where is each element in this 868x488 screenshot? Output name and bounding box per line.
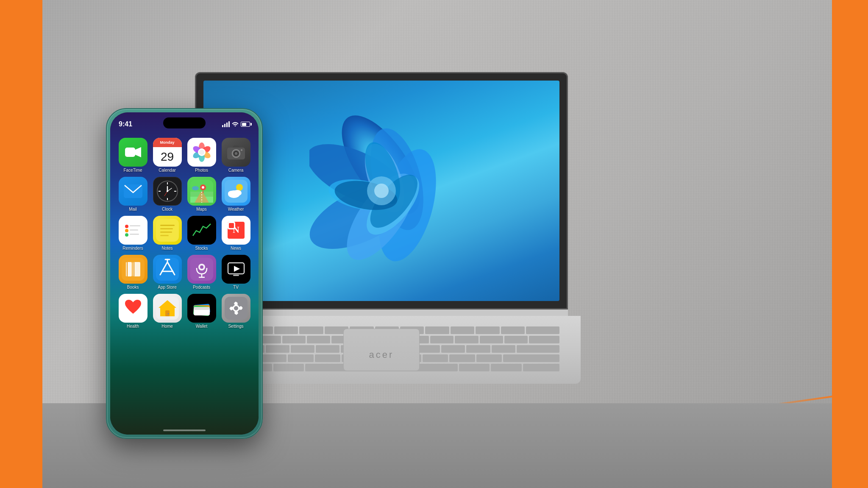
- status-time: 9:41: [119, 120, 132, 128]
- svg-rect-83: [233, 275, 239, 276]
- svg-rect-55: [130, 229, 138, 231]
- app-label-photos: Photos: [195, 168, 208, 173]
- app-label-settings: Settings: [228, 324, 243, 329]
- app-calendar[interactable]: Monday 29 Calendar: [152, 138, 182, 173]
- battery-icon: [241, 122, 250, 127]
- svg-point-38: [167, 190, 168, 192]
- windows-bloom-icon: [309, 110, 453, 271]
- app-weather[interactable]: Weather: [221, 177, 251, 212]
- app-label-books: Books: [127, 285, 139, 290]
- app-label-mail: Mail: [129, 207, 136, 212]
- app-tv[interactable]: TV: [221, 255, 251, 290]
- app-maps[interactable]: Maps: [186, 177, 217, 212]
- orange-right-strip: [832, 0, 868, 488]
- app-label-facetime: FaceTime: [123, 168, 142, 173]
- app-label-home: Home: [161, 324, 173, 329]
- calendar-month: Monday: [153, 138, 182, 147]
- app-home[interactable]: Home: [152, 294, 182, 329]
- acer-logo: acer: [369, 349, 394, 360]
- app-clock[interactable]: Clock: [152, 177, 182, 212]
- svg-rect-53: [130, 225, 140, 226]
- svg-point-23: [199, 150, 204, 155]
- svg-point-45: [192, 186, 199, 190]
- app-label-health: Health: [127, 324, 139, 329]
- app-label-weather: Weather: [228, 207, 244, 212]
- svg-rect-94: [194, 307, 210, 310]
- svg-rect-63: [190, 219, 213, 242]
- app-label-news: News: [231, 246, 241, 251]
- svg-point-13: [374, 184, 389, 198]
- svg-rect-59: [160, 225, 175, 226]
- svg-point-47: [236, 184, 243, 191]
- app-wallet[interactable]: Wallet: [186, 294, 217, 329]
- app-label-podcasts: Podcasts: [193, 285, 210, 290]
- svg-point-44: [202, 186, 204, 189]
- scene: acer 9:41: [0, 0, 868, 488]
- orange-left-strip: [0, 0, 42, 488]
- svg-rect-62: [160, 235, 169, 236]
- svg-point-88: [167, 313, 169, 315]
- app-facetime[interactable]: FaceTime: [118, 138, 148, 173]
- svg-rect-68: [229, 223, 234, 228]
- app-label-maps: Maps: [196, 207, 206, 212]
- app-label-appstore: App Store: [158, 285, 176, 290]
- app-books[interactable]: Books: [118, 255, 148, 290]
- app-appstore[interactable]: App Store: [152, 255, 182, 290]
- svg-point-50: [228, 191, 235, 196]
- app-label-clock: Clock: [162, 207, 172, 212]
- iphone: 9:41: [106, 108, 263, 439]
- app-mail[interactable]: Mail: [118, 177, 148, 212]
- app-label-camera: Camera: [228, 168, 244, 173]
- svg-point-28: [241, 149, 242, 151]
- svg-point-52: [125, 225, 128, 228]
- status-icons: [222, 121, 250, 128]
- svg-point-97: [234, 306, 238, 310]
- svg-rect-58: [156, 219, 179, 242]
- app-label-reminders: Reminders: [122, 246, 143, 251]
- app-label-stocks: Stocks: [195, 246, 208, 251]
- svg-rect-60: [160, 228, 173, 229]
- app-health[interactable]: Health: [118, 294, 148, 329]
- svg-point-54: [125, 229, 128, 232]
- app-grid: FaceTime Monday 29 Calendar: [116, 138, 253, 329]
- svg-rect-14: [125, 148, 135, 157]
- svg-marker-15: [135, 147, 141, 157]
- svg-rect-87: [165, 310, 170, 316]
- svg-point-79: [200, 265, 203, 269]
- app-label-notes: Notes: [161, 246, 172, 251]
- calendar-date: 29: [161, 151, 174, 163]
- svg-point-27: [234, 152, 237, 155]
- app-photos[interactable]: Photos: [186, 138, 217, 173]
- app-reminders[interactable]: Reminders: [118, 216, 148, 251]
- svg-rect-71: [127, 262, 128, 276]
- svg-rect-57: [130, 234, 139, 235]
- app-label-calendar: Calendar: [159, 168, 176, 173]
- svg-rect-73: [134, 262, 134, 276]
- app-camera[interactable]: Camera: [221, 138, 251, 173]
- svg-point-56: [125, 233, 128, 237]
- signal-bars-icon: [222, 121, 230, 127]
- app-podcasts[interactable]: Podcasts: [186, 255, 217, 290]
- app-news[interactable]: N News: [221, 216, 251, 251]
- app-label-wallet: Wallet: [196, 324, 207, 329]
- app-notes[interactable]: Notes: [152, 216, 182, 251]
- home-indicator[interactable]: [163, 429, 206, 431]
- app-label-tv: TV: [233, 285, 239, 290]
- iphone-screen: 9:41: [110, 112, 259, 435]
- wifi-icon: [232, 121, 239, 128]
- dynamic-island: [163, 117, 206, 128]
- app-stocks[interactable]: Stocks: [186, 216, 217, 251]
- app-settings[interactable]: Settings: [221, 294, 251, 329]
- svg-rect-61: [160, 231, 172, 233]
